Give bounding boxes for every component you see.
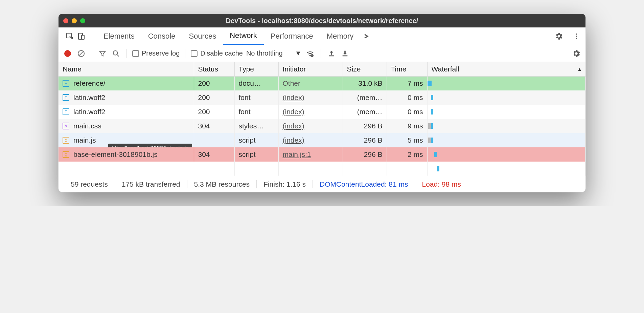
maximize-window-icon[interactable] [80, 18, 85, 23]
file-type-icon: ⟨⟩ [63, 151, 69, 158]
request-type: font [234, 90, 278, 105]
table-row[interactable]: ⟨⟩base-element-3018901b.js 304 script ma… [59, 147, 585, 162]
traffic-lights [63, 18, 85, 23]
request-initiator[interactable]: (index) [283, 93, 304, 101]
col-size[interactable]: Size [343, 62, 387, 76]
request-status: 200 [194, 90, 234, 105]
request-time: 2 ms [387, 147, 427, 162]
request-initiator[interactable]: Other [283, 79, 301, 87]
request-time: 0 ms [387, 90, 427, 105]
upload-har-icon[interactable] [326, 48, 337, 59]
disable-cache-label: Disable cache [200, 49, 243, 57]
request-size: (mem… [343, 105, 387, 119]
col-waterfall[interactable]: Waterfall▲ [427, 62, 585, 76]
svg-rect-12 [329, 55, 334, 56]
tab-console[interactable]: Console [141, 27, 182, 45]
status-requests: 59 requests [64, 180, 115, 188]
request-status: 200 [194, 105, 234, 119]
request-size: 31.0 kB [343, 76, 387, 90]
window-title: DevTools - localhost:8080/docs/devtools/… [63, 17, 581, 25]
panel-settings-icon[interactable] [571, 48, 581, 59]
inspect-element-icon[interactable] [64, 30, 75, 42]
network-conditions-icon[interactable] [305, 48, 315, 59]
request-name: latin.woff2 [73, 93, 105, 102]
titlebar: DevTools - localhost:8080/docs/devtools/… [59, 14, 585, 27]
request-time: 5 ms [387, 133, 427, 147]
network-toolbar: Preserve log Disable cache No throttling… [59, 45, 585, 62]
request-time: 7 ms [387, 76, 427, 90]
request-name: base-element-3018901b.js [73, 150, 158, 159]
request-status: 200 [194, 76, 234, 90]
file-type-icon: ≡ [63, 80, 69, 87]
file-type-icon: ⟨⟩ [63, 137, 69, 144]
more-tabs-icon[interactable] [360, 30, 372, 42]
table-row[interactable]: ✎main.css 304 styles… (index) 296 B 9 ms [59, 119, 585, 133]
svg-point-10 [309, 55, 310, 56]
table-header-row: Name Status Type Initiator Size Time Wat… [59, 62, 585, 76]
disable-cache-checkbox[interactable]: Disable cache [191, 49, 243, 57]
request-size: (mem… [343, 90, 387, 105]
svg-point-3 [576, 33, 577, 35]
file-type-icon: T [63, 94, 69, 101]
request-type: font [234, 105, 278, 119]
search-icon[interactable] [111, 48, 121, 59]
tab-performance[interactable]: Performance [264, 27, 320, 45]
request-time: 0 ms [387, 105, 427, 119]
download-har-icon[interactable] [340, 48, 350, 59]
status-finish: Finish: 1.16 s [257, 180, 313, 188]
request-size: 296 B [343, 147, 387, 162]
separator [542, 32, 542, 41]
sort-ascending-icon: ▲ [577, 66, 582, 72]
request-status [194, 133, 234, 147]
tab-elements[interactable]: Elements [97, 27, 141, 45]
col-time[interactable]: Time [387, 62, 427, 76]
request-initiator[interactable]: (index) [283, 108, 304, 116]
svg-rect-13 [342, 55, 347, 56]
table-row[interactable]: ≡reference/ 200 docu… Other 31.0 kB 7 ms [59, 76, 585, 90]
col-name[interactable]: Name [59, 62, 194, 76]
throttling-value: No throttling [246, 49, 283, 57]
svg-line-9 [117, 54, 119, 56]
request-initiator[interactable]: main.js:1 [283, 150, 311, 158]
request-name: main.js [73, 136, 96, 144]
table-row[interactable]: ⟨⟩main.jshttp://localhost:8080/js/main.j… [59, 133, 585, 147]
minimize-window-icon[interactable] [72, 18, 77, 23]
col-type[interactable]: Type [234, 62, 278, 76]
separator [92, 32, 92, 41]
col-initiator[interactable]: Initiator [278, 62, 343, 76]
kebab-menu-icon[interactable] [571, 30, 582, 42]
svg-point-4 [576, 36, 577, 37]
record-button[interactable] [63, 48, 73, 59]
request-name: reference/ [73, 79, 106, 87]
request-initiator[interactable]: (index) [283, 136, 304, 144]
preserve-log-checkbox[interactable]: Preserve log [132, 49, 180, 57]
device-toolbar-icon[interactable] [75, 30, 87, 42]
file-type-icon: ✎ [63, 123, 69, 129]
filter-icon[interactable] [97, 48, 108, 59]
svg-point-8 [113, 50, 118, 55]
svg-point-5 [576, 38, 577, 39]
tab-memory[interactable]: Memory [320, 27, 360, 45]
request-initiator[interactable]: (index) [283, 122, 304, 130]
request-name: latin.woff2 [73, 108, 105, 116]
request-type: styles… [234, 119, 278, 133]
status-load: Load: 98 ms [415, 180, 468, 188]
settings-icon[interactable] [553, 30, 565, 42]
table-row-empty [59, 162, 585, 176]
close-window-icon[interactable] [63, 18, 68, 23]
request-type: docu… [234, 76, 278, 90]
svg-line-7 [79, 51, 84, 56]
request-size: 296 B [343, 133, 387, 147]
table-row[interactable]: Tlatin.woff2 200 font (index) (mem… 0 ms [59, 90, 585, 105]
col-status[interactable]: Status [194, 62, 234, 76]
tab-sources[interactable]: Sources [182, 27, 223, 45]
svg-rect-2 [82, 35, 84, 39]
throttling-select[interactable]: No throttling ▼ [246, 49, 302, 57]
request-name: main.css [73, 122, 101, 130]
table-row[interactable]: Tlatin.woff2 200 font (index) (mem… 0 ms [59, 105, 585, 119]
clear-icon[interactable] [76, 48, 86, 59]
tab-network[interactable]: Network [223, 27, 264, 45]
url-tooltip: http://localhost:8080/js/main.js [108, 144, 192, 147]
status-resources: 5.3 MB resources [187, 180, 257, 188]
preserve-log-label: Preserve log [142, 49, 180, 57]
